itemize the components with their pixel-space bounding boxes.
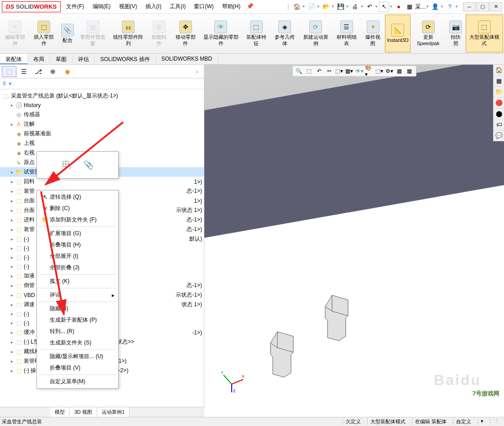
tree-history[interactable]: ▸🕓History — [0, 101, 204, 110]
feature-tree-tab-icon[interactable]: ⬚ — [2, 66, 16, 77]
cartoon-icon[interactable]: ▦ — [395, 67, 404, 76]
tab-motion[interactable]: 运动算例1 — [97, 407, 130, 417]
status-dropdown-icon[interactable]: ▾ — [478, 418, 486, 425]
cm-expand[interactable]: 扩展项目 (G) — [37, 228, 118, 239]
decal-panel-icon[interactable]: 🏷 — [494, 119, 504, 130]
ribbon-assembly-feature[interactable]: ⬚装配体特征 — [242, 15, 270, 52]
folder-panel-icon[interactable]: 📁 — [494, 87, 504, 98]
cm-invert-selection[interactable]: ↖逆转选择 (Q) — [37, 191, 118, 203]
config-tab-icon[interactable]: ⎇ — [31, 66, 46, 77]
tab-sketch[interactable]: 草图 — [50, 54, 73, 64]
help-icon[interactable]: ? — [445, 2, 455, 12]
tab-assembly[interactable]: 装配体 — [0, 54, 28, 64]
tree-front-plane[interactable]: ◈前视基准面 — [0, 129, 204, 139]
orientation-triad[interactable]: X Y Z — [218, 366, 245, 393]
forum-panel-icon[interactable]: 💬 — [494, 130, 504, 141]
zoom-fit-icon[interactable]: 🔍 — [295, 67, 304, 76]
cm-comment[interactable]: 评论▸ — [37, 289, 118, 301]
ribbon-linear-pattern[interactable]: ⚏线性零部件阵列 — [109, 15, 147, 52]
close-button[interactable]: ✕ — [489, 2, 502, 11]
cm-delete[interactable]: ✕删除 (C) — [37, 203, 118, 214]
tree-top-plane[interactable]: ◈上视 — [0, 139, 204, 148]
tree-root[interactable]: ⬚采血管生产线总装 (默认<默认_显示状态-1>) — [0, 91, 204, 101]
collapse-sidebar-icon[interactable]: › — [192, 68, 202, 75]
cm-isolate[interactable]: 孤立 (K) — [37, 276, 118, 287]
new-icon[interactable]: 📄 — [307, 2, 317, 12]
view-settings-icon[interactable]: ⚙▾ — [385, 67, 394, 76]
ribbon-exploded[interactable]: ✦爆炸视图 — [361, 15, 385, 52]
cm-expand-all[interactable]: 全部展开 (I) — [37, 251, 118, 262]
3d-viewport[interactable]: 🔍 ⬚ ↶ ✂ ⬚▾ ▦▾ 👁▾ 🎨▾ ⬚▾ ⚙▾ ▦ ▦ 🏠 ▦ 📁 🔴 ⬤ … — [204, 65, 504, 407]
context-clip-icon[interactable]: 📎 — [82, 159, 95, 171]
tree-sensor[interactable]: ◎传感器 — [0, 110, 204, 119]
menu-insert[interactable]: 插入(I) — [142, 1, 165, 12]
ribbon-snapshot[interactable]: 📷拍快照 — [446, 15, 465, 52]
status-custom[interactable]: 自定义 — [453, 418, 474, 425]
cm-customize[interactable]: 自定义菜单(M) — [37, 376, 118, 387]
tree-annotation[interactable]: ▸A注解 — [0, 119, 204, 129]
search-text[interactable]: 采... — [416, 2, 426, 12]
options-icon[interactable]: ▦ — [405, 2, 415, 12]
maximize-button[interactable]: ▢ — [476, 2, 489, 11]
cm-collapse-all[interactable]: 全部折叠 (J) — [37, 262, 118, 273]
ribbon-new-motion[interactable]: ⟳新建运动算例 — [299, 15, 333, 52]
camera-panel-icon[interactable]: ⬤ — [494, 108, 504, 119]
filter-icon[interactable]: ⚱ ▾ — [2, 80, 12, 87]
ribbon-edit-part[interactable]: ✎编辑零部件 — [1, 15, 30, 52]
status-help-icon[interactable]: ❔ — [490, 418, 502, 425]
cm-hide[interactable]: 隐藏(N) — [37, 303, 118, 314]
section-icon[interactable]: ✂ — [325, 67, 334, 76]
menu-tools[interactable]: 工具(I) — [166, 1, 189, 12]
ribbon-preview[interactable]: ▧零部件预览窗 — [77, 15, 110, 52]
ribbon-move-part[interactable]: ✥移动零部件 — [171, 15, 200, 52]
save-icon[interactable]: 💾 — [336, 2, 346, 12]
ribbon-instant3d[interactable]: 📐Instant3D — [385, 15, 410, 52]
ribbon-show-hidden[interactable]: 👁显示隐藏的零部件 — [200, 15, 242, 52]
user-icon[interactable]: 👤 — [430, 2, 440, 12]
rebuild-icon[interactable]: ● — [394, 2, 404, 12]
tab-layout[interactable]: 布局 — [28, 54, 50, 64]
appearance-icon[interactable]: 🎨▾ — [365, 67, 374, 76]
zoom-area-icon[interactable]: ⬚ — [305, 67, 314, 76]
undo-icon[interactable]: ↶ — [364, 2, 374, 12]
tab-model[interactable]: 模型 — [50, 407, 70, 417]
menu-file[interactable]: 文件(F) — [62, 1, 88, 12]
ribbon-smart-fastener[interactable]: ⚙智能扣件 — [147, 15, 171, 52]
home-panel-icon[interactable]: 🏠 — [494, 65, 504, 76]
home-icon[interactable]: 🏠 — [292, 2, 302, 12]
display-style-icon[interactable]: ▦▾ — [345, 67, 354, 76]
tab-evaluate[interactable]: 评估 — [73, 54, 95, 64]
tab-sw-plugin[interactable]: SOLIDWORKS 插件 — [95, 54, 156, 64]
open-icon[interactable]: 📂 — [321, 2, 331, 12]
ribbon-insert-part[interactable]: ⬚插入零部件 — [30, 15, 58, 52]
hide-show-icon[interactable]: 👁▾ — [355, 67, 364, 76]
ribbon-large-assembly[interactable]: ⬚大型装配体模式 — [466, 15, 503, 52]
select-icon[interactable]: ↖ — [379, 2, 389, 12]
cm-new-folder[interactable]: 生成新文件夹 (S) — [37, 337, 118, 349]
tab-sw-mbd[interactable]: SOLIDWORKS MBD — [156, 54, 218, 64]
tab-3dview[interactable]: 3D 视图 — [70, 407, 97, 417]
menu-help[interactable]: 帮助(H) — [218, 1, 244, 12]
cm-hide-show-tree[interactable]: 隐藏/显示树项目... (U) — [37, 351, 118, 362]
menu-window[interactable]: 窗口(W) — [190, 1, 217, 12]
cm-add-to-folder[interactable]: 📁添加到新文件夹 (F) — [37, 214, 118, 226]
menu-view[interactable]: 视图(V) — [115, 1, 141, 12]
context-move-icon[interactable] — [60, 159, 73, 171]
menu-edit[interactable]: 编辑(E) — [89, 1, 114, 12]
cm-collapse[interactable]: 折叠项目 (H) — [37, 239, 118, 251]
dimxpert-tab-icon[interactable]: ⊕ — [46, 66, 60, 77]
ribbon-bom[interactable]: ☰材料明细表 — [332, 15, 361, 52]
minimize-button[interactable]: ─ — [463, 2, 476, 11]
layers-panel-icon[interactable]: ▦ — [494, 76, 504, 87]
prev-view-icon[interactable]: ↶ — [315, 67, 324, 76]
render-icon[interactable]: ▦ — [405, 67, 414, 76]
property-tab-icon[interactable]: ☰ — [16, 66, 31, 77]
print-icon[interactable]: 🖨 — [350, 2, 360, 12]
scene-icon[interactable]: ⬚▾ — [375, 67, 384, 76]
ribbon-mate[interactable]: 📎配合 — [58, 15, 77, 52]
pin-icon[interactable]: 📌 — [245, 1, 255, 11]
ribbon-speedpak[interactable]: ⟳更新Speedpak — [410, 15, 446, 52]
ribbon-ref-geometry[interactable]: ◈参考几何体 — [270, 15, 299, 52]
view-orient-icon[interactable]: ⬚▾ — [335, 67, 344, 76]
appearance-panel-icon[interactable]: 🔴 — [494, 98, 504, 108]
